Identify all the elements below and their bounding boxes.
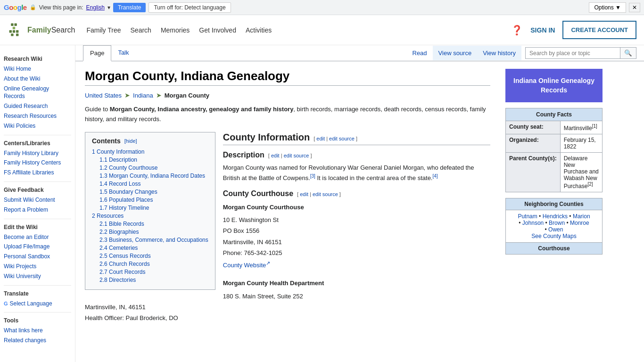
close-translate-button[interactable]: ✕ bbox=[629, 3, 640, 12]
language-link[interactable]: English bbox=[86, 4, 105, 11]
contents-link-1-5[interactable]: 1.5 Boundary Changes bbox=[99, 189, 157, 195]
contents-hide[interactable]: [hide] bbox=[124, 138, 137, 144]
contents-link-2-1[interactable]: 2.1 Bible Records bbox=[99, 221, 144, 227]
health-address1: 180 S. Main Street, Suite 252 bbox=[85, 291, 490, 302]
sidebar-wiki-home[interactable]: Wiki Home bbox=[4, 64, 71, 74]
logo-text: FamilySearch bbox=[27, 26, 75, 34]
content-area: Page Talk Read View source View history … bbox=[75, 45, 644, 362]
sidebar-upload-file[interactable]: Upload File/Image bbox=[4, 242, 71, 252]
breadcrumb-indiana[interactable]: Indiana bbox=[133, 92, 153, 99]
neighboring-header: Neighboring Counties bbox=[505, 198, 603, 210]
contents-link-2-4[interactable]: 2.4 Cemeteries bbox=[99, 245, 138, 251]
svg-rect-6 bbox=[11, 33, 13, 36]
sidebar-wiki-university[interactable]: Wiki University bbox=[4, 272, 71, 281]
sidebar-wiki-policies[interactable]: Wiki Policies bbox=[4, 121, 71, 131]
nav-family-tree[interactable]: Family Tree bbox=[86, 26, 121, 34]
contents-link-1-7[interactable]: 1.7 History Timeline bbox=[99, 205, 149, 211]
logo-area[interactable]: FamilySearch bbox=[8, 22, 75, 39]
right-panel: Indiana Online Genealogy Records County … bbox=[500, 61, 608, 331]
sidebar: Research Wiki Wiki Home About the Wiki O… bbox=[0, 45, 75, 362]
nav-activities[interactable]: Activities bbox=[246, 26, 272, 34]
description-heading: Description [ edit | edit source ] bbox=[223, 151, 490, 159]
breadcrumb-us[interactable]: United States bbox=[85, 92, 122, 99]
sidebar-online-records[interactable]: Online Genealogy Records bbox=[4, 84, 71, 102]
contents-header: Contents [hide] bbox=[92, 137, 208, 145]
sidebar-family-history-library[interactable]: Family History Library bbox=[4, 148, 71, 158]
breadcrumb: United States ➤ Indiana ➤ Morgan County bbox=[85, 91, 490, 99]
translate-button[interactable]: Translate bbox=[113, 3, 146, 12]
courthouse-edit: [ edit | edit source ] bbox=[297, 191, 341, 197]
county-info-edit-source-link[interactable]: edit source bbox=[329, 136, 355, 141]
neighboring-johnson[interactable]: Johnson bbox=[522, 220, 544, 226]
sidebar-personal-sandbox[interactable]: Personal Sandbox bbox=[4, 252, 71, 262]
organized-value: February 15, 1822 bbox=[560, 134, 602, 153]
turn-off-button[interactable]: Turn off for: Detect language bbox=[149, 2, 231, 13]
contents-link-2-2[interactable]: 2.2 Biographies bbox=[99, 229, 139, 235]
contents-link-2-6[interactable]: 2.6 Church Records bbox=[99, 261, 150, 267]
contents-link-1-6[interactable]: 1.6 Populated Places bbox=[99, 197, 153, 203]
tab-page[interactable]: Page bbox=[83, 45, 111, 61]
tab-search-container: 🔍 bbox=[525, 47, 636, 59]
courthouse-edit-link[interactable]: edit bbox=[300, 191, 308, 197]
tab-search-button[interactable]: 🔍 bbox=[620, 48, 636, 58]
sidebar-research-resources[interactable]: Research Resources bbox=[4, 111, 71, 121]
nav-search[interactable]: Search bbox=[131, 26, 151, 34]
neighboring-monroe[interactable]: Monroe bbox=[570, 220, 589, 226]
neighboring-owen[interactable]: Owen bbox=[548, 226, 563, 233]
sidebar-fs-affiliate[interactable]: FS Affiliate Libraries bbox=[4, 168, 71, 178]
sidebar-what-links-here[interactable]: What links here bbox=[4, 326, 71, 336]
description-edit-link[interactable]: edit bbox=[271, 153, 280, 158]
sidebar-report-problem[interactable]: Report a Problem bbox=[4, 205, 71, 215]
tab-read[interactable]: Read bbox=[407, 46, 433, 60]
genealogy-records-button[interactable]: Indiana Online Genealogy Records bbox=[505, 69, 603, 102]
contents-link-2-8[interactable]: 2.8 Directories bbox=[99, 277, 136, 283]
options-button[interactable]: Options ▼ bbox=[589, 2, 626, 13]
sidebar-become-editor[interactable]: Become an Editor bbox=[4, 232, 71, 242]
sidebar-about-wiki[interactable]: About the Wiki bbox=[4, 74, 71, 84]
contents-link-2[interactable]: 2 Resources bbox=[92, 213, 124, 219]
tab-talk[interactable]: Talk bbox=[111, 45, 135, 61]
parent-county-value: Delaware New Purchase and Wabash New Pur… bbox=[560, 153, 602, 192]
contents-link-1-3[interactable]: 1.3 Morgan County, Indiana Record Dates bbox=[99, 173, 205, 179]
contents-item-1: 1 County Information 1.1 Description 1.2… bbox=[92, 148, 208, 211]
sign-in-link[interactable]: SIGN IN bbox=[530, 26, 555, 34]
description-edit-source-link[interactable]: edit source bbox=[284, 153, 309, 158]
nav-memories[interactable]: Memories bbox=[161, 26, 190, 34]
contents-sub-1: 1.1 Description 1.2 County Courthouse 1.… bbox=[92, 156, 208, 211]
nav-get-involved[interactable]: Get Involved bbox=[199, 26, 236, 34]
page-tabs: Page Talk Read View source View history … bbox=[75, 45, 644, 61]
neighboring-brown[interactable]: Brown bbox=[549, 220, 565, 226]
contents-link-2-5[interactable]: 2.5 Census Records bbox=[99, 253, 151, 259]
contents-link-2-3[interactable]: 2.3 Business, Commerce, and Occupations bbox=[99, 237, 208, 243]
tab-search-input[interactable] bbox=[526, 48, 620, 58]
contents-link-2-7[interactable]: 2.7 Court Records bbox=[99, 269, 145, 275]
courthouse-website-link[interactable]: County Website↗ bbox=[223, 262, 271, 269]
contents-link-1-1[interactable]: 1.1 Description bbox=[99, 156, 137, 163]
sidebar-submit-wiki[interactable]: Submit Wiki Content bbox=[4, 195, 71, 205]
tab-view-source[interactable]: View source bbox=[433, 46, 478, 60]
tab-view-history[interactable]: View history bbox=[477, 46, 521, 60]
nav-links: Family Tree Search Memories Get Involved… bbox=[86, 26, 511, 34]
contents-link-1-4[interactable]: 1.4 Record Loss bbox=[99, 181, 140, 187]
see-county-maps-link[interactable]: See County Maps bbox=[531, 233, 576, 239]
county-info-edit-link[interactable]: edit bbox=[316, 136, 325, 141]
county-seat-label: County seat: bbox=[506, 121, 561, 134]
health-officer: Health Officer: Paul Broderick, DO bbox=[85, 313, 490, 323]
sidebar-family-history-centers[interactable]: Family History Centers bbox=[4, 158, 71, 168]
help-icon[interactable]: ❓ bbox=[511, 25, 523, 36]
svg-rect-7 bbox=[16, 33, 18, 36]
sidebar-wiki-projects[interactable]: Wiki Projects bbox=[4, 262, 71, 272]
sidebar-section-feedback: Give Feedback bbox=[4, 187, 71, 193]
sidebar-select-language[interactable]: Select Language bbox=[10, 299, 52, 309]
neighboring-putnam[interactable]: Putnam bbox=[518, 213, 537, 220]
sidebar-related-changes[interactable]: Related changes bbox=[4, 336, 71, 346]
courthouse-edit-source-link[interactable]: edit source bbox=[313, 191, 338, 197]
neighboring-hendricks[interactable]: Hendricks bbox=[543, 213, 568, 220]
neighboring-marion[interactable]: Marion bbox=[573, 213, 590, 220]
contents-link-1-2[interactable]: 1.2 County Courthouse bbox=[99, 165, 157, 171]
contents-link-1[interactable]: 1 County Information bbox=[92, 148, 144, 155]
breadcrumb-arrow-2: ➤ bbox=[156, 91, 162, 99]
create-account-button[interactable]: CREATE ACCOUNT bbox=[562, 21, 636, 39]
sidebar-guided-research[interactable]: Guided Research bbox=[4, 101, 71, 111]
svg-rect-2 bbox=[13, 26, 15, 29]
